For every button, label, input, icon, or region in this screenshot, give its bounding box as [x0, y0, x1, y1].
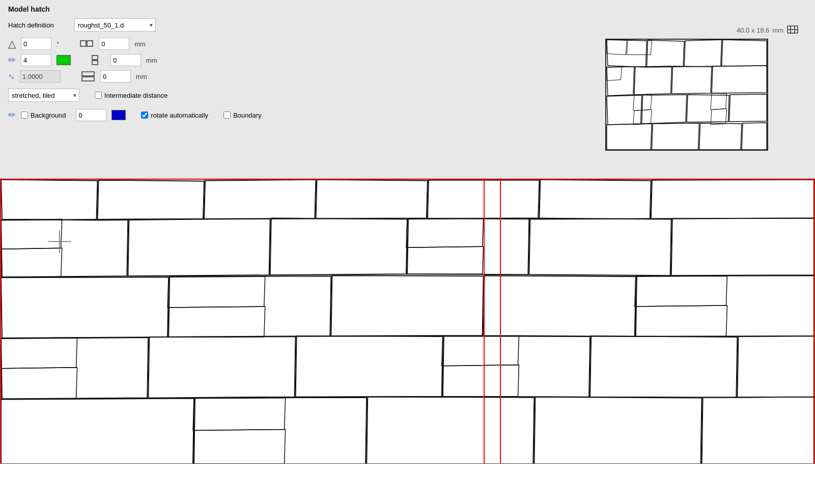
svg-rect-2	[92, 55, 98, 60]
angle-icon: △	[8, 38, 16, 50]
intermediate-distance-checkbox[interactable]	[95, 92, 102, 99]
svg-marker-49	[406, 246, 484, 274]
dimension-unit: mm	[772, 26, 783, 34]
pen-color-swatch[interactable]	[57, 55, 71, 65]
hatch-preview	[605, 39, 768, 151]
svg-marker-21	[607, 95, 642, 125]
bg-value-input[interactable]	[76, 109, 106, 121]
svg-marker-27	[699, 123, 742, 150]
svg-marker-61	[296, 336, 443, 397]
spacing-h-icon	[79, 39, 94, 49]
svg-marker-32	[711, 108, 726, 124]
spacing-z-icon	[81, 71, 95, 82]
red-line-right	[500, 180, 501, 464]
spacing-x-unit: mm	[134, 40, 146, 48]
svg-marker-42	[270, 218, 407, 275]
svg-marker-73	[702, 397, 814, 464]
boundary-checkbox-label[interactable]: Boundary	[223, 111, 262, 119]
dimension-value: 40.0 x 19.6	[737, 26, 769, 34]
svg-marker-31	[711, 93, 726, 109]
background-checkbox[interactable]	[21, 111, 28, 119]
svg-rect-5	[82, 77, 94, 81]
mode-dropdown[interactable]: stretched, tiled tiled stretched	[8, 89, 79, 102]
pencil2-icon: ✏	[8, 109, 16, 121]
svg-marker-26	[652, 123, 699, 150]
svg-marker-70	[194, 398, 367, 464]
pencil-icon: ✏	[8, 54, 16, 66]
svg-rect-0	[80, 41, 86, 46]
svg-marker-25	[607, 124, 652, 150]
svg-marker-14	[607, 40, 627, 54]
bg-color-swatch[interactable]	[111, 110, 126, 120]
svg-marker-52	[331, 275, 483, 336]
hatch-definition-label: Hatch definition	[8, 21, 69, 29]
svg-marker-65	[1, 338, 77, 369]
svg-marker-68	[442, 365, 519, 397]
pen-input[interactable]	[21, 54, 51, 66]
svg-marker-67	[442, 336, 519, 366]
rotate-auto-checkbox[interactable]	[141, 111, 148, 119]
svg-marker-16	[607, 67, 634, 96]
svg-marker-60	[148, 337, 295, 398]
svg-marker-28	[742, 123, 767, 150]
svg-marker-50	[1, 277, 168, 338]
svg-marker-38	[539, 180, 651, 219]
svg-marker-22	[642, 95, 687, 124]
spacing-z-input[interactable]	[100, 70, 131, 82]
svg-marker-40	[1, 219, 128, 277]
intermediate-distance-checkbox-label[interactable]: Intermediate distance	[95, 92, 167, 99]
scale-icon: ⤡	[8, 72, 15, 81]
svg-rect-1	[87, 41, 93, 46]
spacing-y-input[interactable]	[110, 54, 141, 66]
svg-marker-12	[684, 40, 722, 67]
hatch-definition-dropdown[interactable]: roughst_50_1.d	[74, 18, 156, 32]
intermediate-distance-label: Intermediate distance	[104, 92, 167, 99]
svg-marker-18	[672, 66, 712, 94]
svg-marker-23	[687, 95, 729, 122]
svg-marker-33	[1, 180, 98, 220]
red-line-left	[484, 180, 485, 464]
svg-marker-24	[729, 94, 767, 122]
svg-marker-19	[712, 66, 767, 93]
svg-rect-4	[82, 72, 94, 76]
svg-marker-53	[484, 275, 636, 337]
boundary-label: Boundary	[233, 111, 262, 119]
spacing-y-unit: mm	[146, 57, 157, 64]
panel-title: Model hatch	[8, 5, 807, 13]
svg-marker-44	[529, 218, 671, 276]
svg-marker-58	[635, 305, 727, 337]
svg-marker-11	[647, 40, 684, 67]
angle-input[interactable]	[21, 38, 51, 50]
svg-rect-3	[92, 61, 98, 65]
svg-marker-62	[443, 336, 590, 397]
canvas-area[interactable]	[0, 179, 815, 464]
svg-marker-17	[634, 66, 672, 95]
svg-marker-55	[167, 276, 265, 307]
svg-marker-69	[1, 399, 194, 464]
svg-marker-64	[737, 336, 814, 398]
boundary-checkbox[interactable]	[223, 111, 231, 119]
rotate-auto-label: rotate automatically	[151, 111, 208, 119]
svg-marker-36	[316, 180, 427, 219]
svg-marker-45	[671, 218, 814, 276]
svg-marker-56	[167, 306, 265, 337]
spacing-x-input[interactable]	[99, 38, 129, 50]
svg-marker-39	[651, 180, 814, 219]
fit-icon[interactable]	[786, 23, 799, 37]
svg-marker-35	[204, 180, 316, 219]
spacing-z-unit: mm	[136, 73, 147, 80]
svg-marker-41	[128, 219, 270, 276]
background-label: Background	[31, 111, 66, 119]
svg-marker-43	[407, 218, 529, 275]
svg-marker-20	[607, 67, 622, 80]
svg-marker-63	[590, 336, 737, 398]
svg-marker-66	[1, 368, 77, 399]
svg-marker-47	[1, 248, 62, 277]
background-checkbox-label[interactable]: Background	[21, 111, 66, 119]
svg-marker-75	[193, 429, 286, 464]
rotate-auto-checkbox-label[interactable]: rotate automatically	[141, 111, 208, 119]
svg-marker-48	[406, 219, 484, 248]
spacing-v-icon	[91, 54, 105, 66]
svg-marker-34	[98, 180, 204, 220]
svg-marker-13	[722, 40, 767, 66]
